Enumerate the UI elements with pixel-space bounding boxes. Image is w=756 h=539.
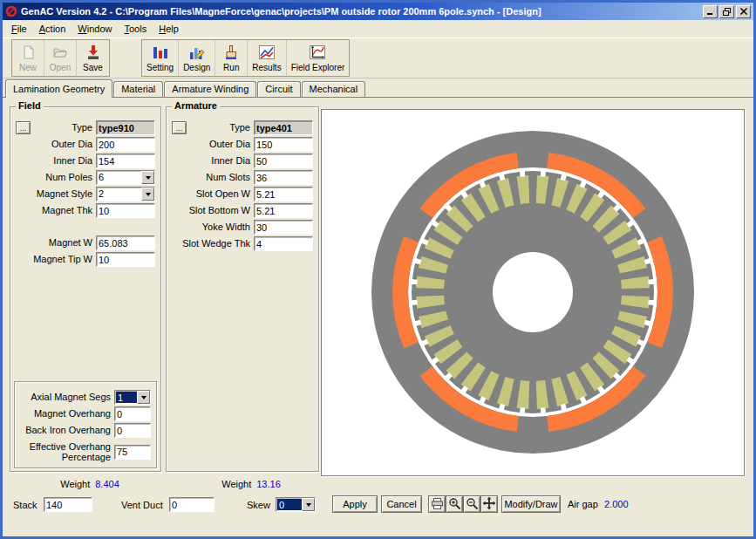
zoom-in-button[interactable] (446, 495, 463, 513)
slot-open-w-row: Slot Open W (167, 186, 318, 202)
restore-button[interactable] (719, 5, 734, 18)
app-window: GenAC Version 4.2 - C:\Program Files\Mag… (0, 0, 756, 539)
tab-lamination-geometry[interactable]: Lamination Geometry (5, 79, 112, 98)
tabbar: Lamination Geometry Material Armature Wi… (3, 78, 753, 97)
zoom-out-button[interactable] (463, 495, 480, 513)
armature-browse-button[interactable]: ... (172, 121, 187, 134)
menubar: File Action Window Tools Help (3, 20, 753, 38)
num-slots-label: Num Slots (172, 173, 254, 182)
action-toolbar-group: Setting Design Run Results Field Explore… (141, 39, 350, 77)
open-label: Open (50, 63, 71, 72)
magnet-w-input[interactable] (96, 235, 155, 250)
field-weight-value: 8.404 (95, 479, 119, 489)
design-button[interactable]: Design (179, 40, 215, 76)
num-poles-row: Num Poles 6 (10, 169, 160, 186)
field-browse-button[interactable]: ... (16, 121, 31, 134)
back-iron-overhang-input[interactable] (114, 423, 151, 438)
setting-button[interactable]: Setting (142, 40, 179, 76)
menu-action[interactable]: Action (33, 21, 72, 37)
field-explorer-icon (309, 44, 326, 62)
field-outer-dia-input[interactable] (96, 137, 155, 152)
pan-button[interactable] (480, 495, 498, 513)
minimize-button[interactable] (703, 5, 718, 18)
field-inner-dia-input[interactable] (96, 154, 155, 168)
new-label: New (19, 63, 37, 72)
zoom-out-icon (466, 497, 479, 512)
field-inner-dia-label: Inner Dia (16, 156, 96, 166)
slot-wedge-thk-input[interactable] (254, 236, 313, 251)
axial-magnet-segs-row: Axial Magnet Segs 1 (15, 389, 156, 406)
magnet-overhang-input[interactable] (114, 406, 151, 421)
armature-type-input[interactable] (254, 120, 313, 135)
new-button[interactable]: New (12, 40, 44, 76)
menu-help[interactable]: Help (153, 21, 185, 37)
armature-inner-dia-label: Inner Dia (172, 156, 254, 166)
chevron-down-icon[interactable] (141, 171, 154, 184)
armature-type-row: ... Type (167, 119, 318, 136)
field-explorer-button[interactable]: Field Explorer (287, 40, 350, 76)
save-icon (85, 44, 101, 62)
results-chart-icon (258, 44, 276, 62)
design-icon (188, 44, 206, 62)
overhang-subgroup: Axial Magnet Segs 1 Magnet Overhang Back… (14, 381, 157, 468)
menu-tools[interactable]: Tools (118, 21, 153, 37)
axial-magnet-segs-value: 1 (116, 392, 137, 403)
num-slots-input[interactable] (254, 170, 313, 185)
new-document-icon (20, 44, 36, 62)
tab-material[interactable]: Material (113, 81, 163, 97)
modify-draw-button[interactable]: Modify/Draw (501, 495, 561, 513)
magnet-style-select[interactable]: 2 (96, 187, 155, 201)
armature-weight-value: 13.16 (256, 479, 281, 489)
chevron-down-icon[interactable] (141, 188, 154, 201)
armature-weight-label: Weight (221, 479, 251, 489)
run-button[interactable]: Run (215, 40, 248, 76)
armature-inner-dia-input[interactable] (254, 154, 313, 168)
slot-open-w-input[interactable] (254, 187, 313, 201)
skew-select[interactable]: 0 (276, 497, 316, 512)
menu-file[interactable]: File (5, 21, 33, 37)
magnet-tip-w-label: Magnet Tip W (16, 255, 96, 264)
chevron-down-icon[interactable] (137, 391, 150, 404)
zoom-in-icon (448, 497, 461, 512)
drawing-canvas (321, 109, 745, 476)
tab-circuit[interactable]: Circuit (257, 81, 300, 97)
apply-button[interactable]: Apply (332, 495, 378, 513)
magnet-tip-w-input[interactable] (96, 252, 155, 267)
air-gap-label: Air gap (568, 495, 598, 513)
cancel-button[interactable]: Cancel (381, 495, 422, 513)
run-label: Run (223, 63, 239, 72)
axial-magnet-segs-select[interactable]: 1 (114, 390, 151, 405)
back-iron-overhang-label: Back Iron Overhang (20, 426, 114, 435)
print-button[interactable] (428, 495, 446, 513)
window-title: GenAC Version 4.2 - C:\Program Files\Mag… (21, 6, 701, 17)
magnet-thk-input[interactable] (96, 203, 155, 218)
armature-outer-dia-label: Outer Dia (172, 140, 254, 149)
close-button[interactable] (736, 5, 751, 18)
chevron-down-icon[interactable] (302, 498, 315, 511)
field-type-input[interactable] (96, 120, 155, 135)
vent-duct-input[interactable] (169, 497, 215, 512)
pan-arrows-icon (482, 496, 496, 512)
stack-input[interactable] (44, 497, 92, 512)
save-button[interactable]: Save (77, 40, 109, 76)
results-label: Results (252, 63, 281, 72)
field-outer-dia-row: Outer Dia (10, 136, 160, 153)
slot-bottom-w-input[interactable] (254, 203, 313, 218)
open-folder-icon (52, 44, 68, 62)
num-poles-select[interactable]: 6 (96, 170, 155, 185)
titlebar: GenAC Version 4.2 - C:\Program Files\Mag… (3, 3, 753, 20)
magnet-overhang-row: Magnet Overhang (15, 406, 156, 422)
num-poles-value: 6 (97, 171, 141, 184)
yoke-width-input[interactable] (254, 220, 313, 235)
effective-overhang-input[interactable] (114, 445, 151, 460)
armature-outer-dia-input[interactable] (254, 137, 313, 152)
slot-wedge-thk-row: Slot Wedge Thk (167, 235, 318, 252)
open-button[interactable]: Open (44, 40, 77, 76)
tab-armature-winding[interactable]: Armature Winding (164, 81, 256, 97)
results-button[interactable]: Results (248, 40, 286, 76)
magnet-overhang-label: Magnet Overhang (20, 409, 114, 419)
toolbar: New Open Save Setting Design Run (3, 38, 753, 78)
menu-window[interactable]: Window (72, 21, 118, 37)
tab-mechanical[interactable]: Mechanical (302, 81, 366, 97)
effective-overhang-label: Effective Overhang Percentage (20, 441, 114, 462)
